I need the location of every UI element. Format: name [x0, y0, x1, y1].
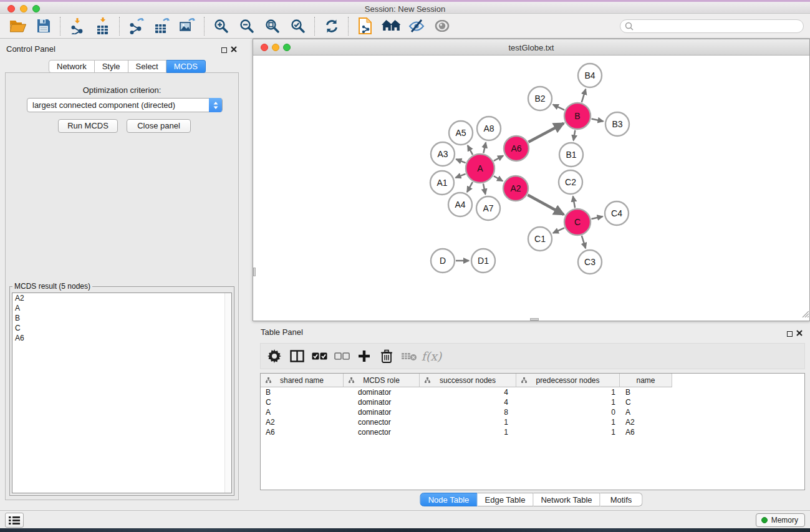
control-panel-tabs: NetworkStyleSelectMCDS	[49, 60, 206, 73]
memory-button[interactable]: Memory	[756, 513, 805, 527]
fx-label: f(x)	[422, 349, 442, 363]
tab-edge-table[interactable]: Edge Table	[478, 493, 534, 506]
toolbar-separator	[119, 17, 120, 36]
run-mcds-button[interactable]: Run MCDS	[58, 119, 118, 133]
criterion-dropdown[interactable]: largest connected component (directed)	[27, 98, 223, 112]
dropdown-stepper-icon	[209, 98, 222, 112]
horizontal-splitter-handle[interactable]	[530, 318, 539, 321]
edge-C-C4[interactable]	[591, 216, 602, 219]
table-cell: C	[261, 397, 344, 407]
node-label-A7: A7	[483, 203, 493, 213]
edge-A6-B[interactable]	[528, 123, 563, 142]
edge-C-C1[interactable]	[553, 228, 564, 233]
tab-motifs[interactable]: Motifs	[600, 493, 643, 506]
mcds-result-item[interactable]: C	[12, 323, 231, 333]
unselect-all-columns-icon[interactable]	[330, 345, 353, 367]
refresh-layout-icon[interactable]	[319, 16, 344, 37]
optimization-criterion-label: Optimization criterion:	[6, 85, 238, 95]
delete-column-icon[interactable]	[375, 345, 398, 367]
edge-A-A8[interactable]	[483, 142, 486, 153]
node-label-D: D	[440, 256, 446, 266]
column-header-name[interactable]: name	[620, 374, 672, 387]
tab-mcds[interactable]: MCDS	[166, 60, 206, 73]
export-network-icon[interactable]	[123, 16, 149, 37]
edge-A-A5[interactable]	[468, 145, 473, 155]
network-from-document-icon[interactable]	[352, 16, 378, 37]
edge-B-B2[interactable]	[553, 105, 564, 110]
save-session-icon[interactable]	[31, 16, 56, 37]
vertical-splitter-handle[interactable]	[253, 268, 256, 276]
edge-A-A2[interactable]	[494, 176, 503, 181]
edge-A-A1[interactable]	[456, 174, 466, 178]
import-network-icon[interactable]	[64, 16, 90, 37]
node-label-A5: A5	[455, 128, 466, 138]
table-row[interactable]: Cdominator41C	[261, 397, 804, 407]
tab-network-table[interactable]: Network Table	[534, 493, 600, 506]
table-settings-icon[interactable]	[263, 345, 286, 367]
tab-select[interactable]: Select	[128, 60, 166, 73]
table-row[interactable]: Adominator80A	[261, 407, 804, 417]
edge-A-A6[interactable]	[494, 156, 503, 161]
table-row[interactable]: A6connector11A6	[261, 427, 804, 437]
table-cell: B	[620, 387, 672, 397]
zoom-selected-icon[interactable]	[285, 16, 311, 37]
tab-style[interactable]: Style	[95, 60, 128, 73]
mcds-result-item[interactable]: A6	[12, 333, 231, 343]
task-history-button[interactable]	[5, 513, 24, 528]
status-bar: Memory	[0, 510, 810, 528]
import-table-icon[interactable]	[90, 16, 115, 37]
mcds-result-item[interactable]: A	[12, 303, 231, 313]
table-cell: 1	[516, 387, 620, 397]
edge-C-C2[interactable]	[573, 196, 575, 208]
edge-B-B3[interactable]	[592, 119, 604, 122]
mcds-result-list[interactable]: A2ABCA6	[12, 293, 232, 493]
float-panel-icon[interactable]	[221, 44, 227, 56]
edge-A-A4[interactable]	[467, 182, 473, 192]
edge-A-A3[interactable]	[456, 159, 465, 163]
window-resize-grip[interactable]	[801, 309, 809, 320]
node-label-D1: D1	[478, 256, 489, 266]
table-row[interactable]: A2connector11A2	[261, 417, 804, 427]
select-all-columns-icon[interactable]	[308, 345, 330, 367]
column-header-predecessor-nodes[interactable]: predecessor nodes	[516, 374, 620, 387]
show-hide-graphics-icon[interactable]	[403, 16, 429, 37]
edge-A2-C[interactable]	[528, 195, 564, 215]
cybrowser-home-icon[interactable]	[378, 16, 403, 37]
zoom-in-icon[interactable]	[208, 16, 234, 37]
network-canvas[interactable]: B4B2BB3A5A8A6A3AB1A1C2A4A7A2CC4C1C3DD1	[253, 56, 809, 321]
function-builder-icon: f(x)	[420, 345, 443, 367]
network-window-titlebar[interactable]: testGlobe.txt	[253, 39, 809, 56]
close-table-panel-icon[interactable]	[796, 327, 803, 339]
edge-B-B1[interactable]	[574, 130, 576, 141]
edge-B-B4[interactable]	[582, 89, 586, 102]
open-session-icon[interactable]	[5, 16, 31, 37]
edge-C-C3[interactable]	[582, 236, 586, 248]
export-table-icon[interactable]	[149, 16, 175, 37]
close-panel-icon[interactable]	[231, 44, 237, 55]
close-panel-button[interactable]: Close panel	[127, 119, 191, 133]
search-input[interactable]	[620, 19, 804, 33]
column-header-MCDS-role[interactable]: MCDS role	[344, 374, 420, 387]
float-table-panel-icon[interactable]	[787, 328, 793, 339]
table-cell: A2	[620, 417, 672, 427]
mcds-result-item[interactable]: A2	[12, 293, 231, 303]
mcds-result-item[interactable]: B	[12, 313, 231, 323]
zoom-fit-icon[interactable]	[259, 16, 285, 37]
show-columns-icon[interactable]	[286, 345, 308, 367]
network-window-title: testGlobe.txt	[253, 43, 809, 52]
result-list-scrollbar[interactable]	[224, 293, 231, 493]
tab-node-table[interactable]: Node Table	[420, 493, 478, 506]
export-image-icon[interactable]	[175, 16, 200, 37]
table-cell: 1	[516, 417, 620, 427]
edge-A-A7[interactable]	[483, 183, 485, 194]
column-header-successor-nodes[interactable]: successor nodes	[420, 374, 516, 387]
table-row[interactable]: Bdominator41B	[261, 387, 804, 397]
zoom-out-icon[interactable]	[234, 16, 259, 37]
tab-network[interactable]: Network	[49, 60, 95, 73]
node-table[interactable]: shared nameMCDS rolesuccessor nodesprede…	[260, 373, 805, 490]
node-label-A: A	[477, 163, 483, 173]
graphics-details-icon[interactable]	[429, 16, 455, 37]
add-column-icon[interactable]	[353, 345, 375, 367]
table-cell: dominator	[344, 387, 420, 397]
column-header-shared-name[interactable]: shared name	[261, 374, 344, 387]
